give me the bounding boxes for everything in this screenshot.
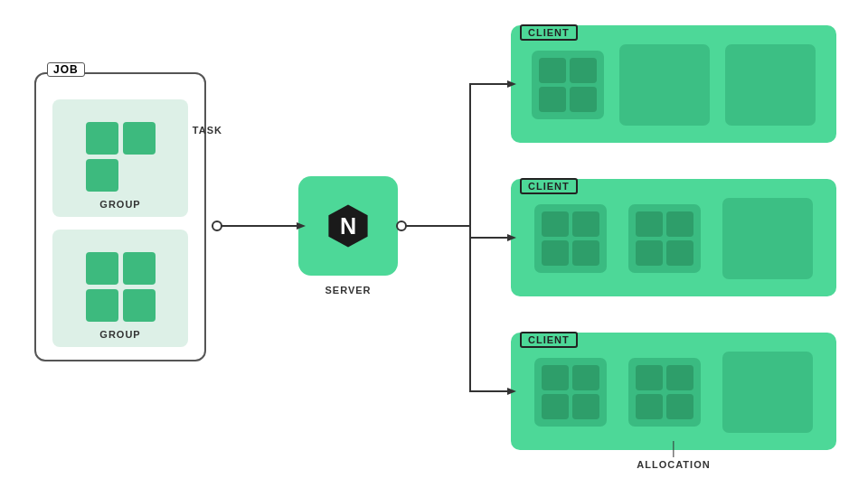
server-box: N SERVER [298, 176, 398, 276]
client-box-3: CLIENT ALLOCATION [511, 333, 836, 450]
svg-point-2 [212, 221, 222, 230]
alloc-block-1a [532, 51, 604, 119]
task-cell [86, 289, 118, 322]
task-grid-2 [86, 252, 156, 322]
task-cell [86, 122, 118, 155]
group-box-1: TASK GROUP [52, 99, 188, 217]
alloc-block-3a [534, 358, 607, 427]
task-cell [86, 159, 118, 192]
group2-label: GROUP [99, 329, 140, 340]
alloc-block-2b [628, 204, 701, 273]
server-label: SERVER [325, 285, 371, 296]
task-cell [123, 252, 156, 285]
group-box-2: GROUP [52, 230, 188, 347]
alloc-wide-3c [722, 352, 813, 433]
task-grid-1 [86, 122, 156, 192]
client-label-3: CLIENT [520, 332, 578, 348]
group1-label: GROUP [99, 199, 140, 210]
job-box: JOB TASK GROUP GROUP [34, 72, 206, 361]
svg-text:N: N [340, 213, 356, 239]
alloc-wide-1b [619, 44, 710, 126]
nomad-logo: N [324, 202, 373, 250]
alloc-wide-1c [725, 44, 816, 126]
alloc-block-3b [628, 358, 701, 427]
job-label: JOB [47, 62, 85, 77]
client-box-2: CLIENT [511, 179, 836, 296]
client-box-1: CLIENT [511, 25, 836, 143]
task-label: TASK [193, 125, 222, 136]
task-cell [86, 252, 118, 285]
task-cell [123, 289, 156, 322]
allocation-label: ALLOCATION [637, 459, 710, 470]
client-label-1: CLIENT [520, 24, 578, 41]
diagram: JOB TASK GROUP GROUP N [0, 0, 868, 488]
svg-point-5 [397, 221, 406, 230]
alloc-block-2a [534, 204, 607, 273]
alloc-wide-2c [722, 198, 813, 279]
client-label-2: CLIENT [520, 178, 578, 194]
task-cell [123, 122, 156, 155]
